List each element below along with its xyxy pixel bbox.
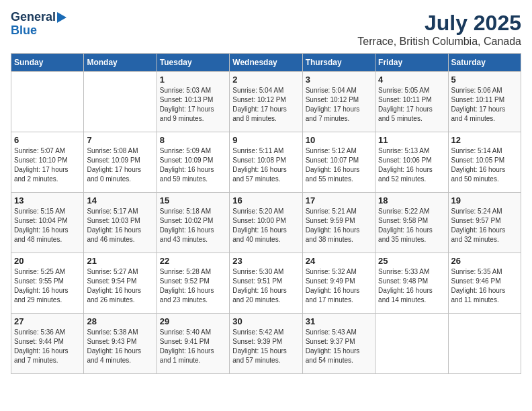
day-info: Sunrise: 5:08 AM Sunset: 10:09 PM Daylig…: [87, 146, 153, 184]
calendar-week-3: 13Sunrise: 5:15 AM Sunset: 10:04 PM Dayl…: [11, 193, 521, 253]
day-number: 20: [14, 256, 81, 266]
day-number: 27: [14, 316, 81, 326]
calendar-cell: 13Sunrise: 5:15 AM Sunset: 10:04 PM Dayl…: [11, 193, 84, 253]
day-info: Sunrise: 5:03 AM Sunset: 10:13 PM Daylig…: [160, 86, 226, 124]
calendar-cell: 5Sunrise: 5:06 AM Sunset: 10:11 PM Dayli…: [448, 72, 521, 132]
title-block: July 2025 Terrace, British Columbia, Can…: [357, 11, 521, 48]
day-number: 17: [306, 195, 372, 205]
day-number: 21: [87, 256, 153, 266]
logo-arrow-icon: [57, 12, 66, 23]
day-info: Sunrise: 5:21 AM Sunset: 9:59 PM Dayligh…: [306, 207, 372, 244]
calendar-header-saturday: Saturday: [448, 54, 521, 72]
day-number: 7: [87, 135, 153, 145]
calendar-cell: 25Sunrise: 5:33 AM Sunset: 9:48 PM Dayli…: [375, 253, 448, 314]
calendar-header-thursday: Thursday: [302, 54, 375, 72]
calendar-cell: 3Sunrise: 5:04 AM Sunset: 10:12 PM Dayli…: [302, 72, 375, 132]
calendar-cell: 20Sunrise: 5:25 AM Sunset: 9:55 PM Dayli…: [11, 253, 84, 314]
day-info: Sunrise: 5:27 AM Sunset: 9:54 PM Dayligh…: [87, 267, 153, 305]
day-number: 28: [87, 316, 153, 326]
day-info: Sunrise: 5:38 AM Sunset: 9:43 PM Dayligh…: [87, 328, 153, 365]
day-info: Sunrise: 5:42 AM Sunset: 9:39 PM Dayligh…: [232, 328, 299, 365]
calendar-cell: 2Sunrise: 5:04 AM Sunset: 10:12 PM Dayli…: [230, 72, 302, 132]
calendar-cell: 24Sunrise: 5:32 AM Sunset: 9:49 PM Dayli…: [302, 253, 375, 314]
day-number: 12: [451, 135, 518, 145]
day-number: 22: [160, 256, 226, 266]
day-info: Sunrise: 5:17 AM Sunset: 10:03 PM Daylig…: [87, 207, 153, 244]
calendar-header-wednesday: Wednesday: [230, 54, 302, 72]
calendar-cell: 11Sunrise: 5:13 AM Sunset: 10:06 PM Dayl…: [375, 132, 448, 193]
calendar-cell: 12Sunrise: 5:14 AM Sunset: 10:05 PM Dayl…: [448, 132, 521, 193]
day-number: 16: [232, 195, 299, 205]
day-info: Sunrise: 5:28 AM Sunset: 9:52 PM Dayligh…: [160, 267, 226, 305]
day-info: Sunrise: 5:14 AM Sunset: 10:05 PM Daylig…: [451, 146, 518, 184]
calendar-cell: 17Sunrise: 5:21 AM Sunset: 9:59 PM Dayli…: [302, 193, 375, 253]
day-number: 24: [306, 256, 372, 266]
calendar-cell: [84, 72, 157, 132]
calendar-header-tuesday: Tuesday: [157, 54, 229, 72]
day-number: 3: [306, 75, 372, 85]
calendar-cell: 30Sunrise: 5:42 AM Sunset: 9:39 PM Dayli…: [230, 314, 302, 374]
day-info: Sunrise: 5:04 AM Sunset: 10:12 PM Daylig…: [232, 86, 299, 124]
day-info: Sunrise: 5:35 AM Sunset: 9:46 PM Dayligh…: [451, 267, 518, 305]
day-info: Sunrise: 5:30 AM Sunset: 9:51 PM Dayligh…: [232, 267, 299, 305]
calendar-header-monday: Monday: [84, 54, 157, 72]
day-number: 30: [232, 316, 299, 326]
calendar-cell: [448, 314, 521, 374]
day-number: 6: [14, 135, 81, 145]
day-number: 14: [87, 195, 153, 205]
calendar-header-friday: Friday: [375, 54, 448, 72]
day-info: Sunrise: 5:04 AM Sunset: 10:12 PM Daylig…: [306, 86, 372, 124]
logo: General Blue: [11, 11, 66, 38]
day-info: Sunrise: 5:25 AM Sunset: 9:55 PM Dayligh…: [14, 267, 81, 305]
calendar-cell: 23Sunrise: 5:30 AM Sunset: 9:51 PM Dayli…: [230, 253, 302, 314]
calendar-body: 1Sunrise: 5:03 AM Sunset: 10:13 PM Dayli…: [11, 72, 521, 374]
day-number: 19: [451, 195, 518, 205]
day-info: Sunrise: 5:15 AM Sunset: 10:04 PM Daylig…: [14, 207, 81, 244]
logo-general: General: [11, 11, 56, 24]
day-number: 15: [160, 195, 226, 205]
day-number: 9: [232, 135, 299, 145]
day-number: 4: [378, 75, 445, 85]
calendar-cell: 7Sunrise: 5:08 AM Sunset: 10:09 PM Dayli…: [84, 132, 157, 193]
day-number: 18: [378, 195, 445, 205]
day-number: 10: [306, 135, 372, 145]
day-info: Sunrise: 5:12 AM Sunset: 10:07 PM Daylig…: [306, 146, 372, 184]
month-title: July 2025: [357, 11, 521, 36]
calendar-week-1: 1Sunrise: 5:03 AM Sunset: 10:13 PM Dayli…: [11, 72, 521, 132]
day-number: 26: [451, 256, 518, 266]
day-info: Sunrise: 5:22 AM Sunset: 9:58 PM Dayligh…: [378, 207, 445, 244]
day-info: Sunrise: 5:32 AM Sunset: 9:49 PM Dayligh…: [306, 267, 372, 305]
calendar-cell: 19Sunrise: 5:24 AM Sunset: 9:57 PM Dayli…: [448, 193, 521, 253]
day-info: Sunrise: 5:13 AM Sunset: 10:06 PM Daylig…: [378, 146, 445, 184]
day-info: Sunrise: 5:18 AM Sunset: 10:02 PM Daylig…: [160, 207, 226, 244]
day-info: Sunrise: 5:05 AM Sunset: 10:11 PM Daylig…: [378, 86, 445, 124]
calendar-week-5: 27Sunrise: 5:36 AM Sunset: 9:44 PM Dayli…: [11, 314, 521, 374]
day-info: Sunrise: 5:24 AM Sunset: 9:57 PM Dayligh…: [451, 207, 518, 244]
day-info: Sunrise: 5:07 AM Sunset: 10:10 PM Daylig…: [14, 146, 81, 184]
calendar-week-2: 6Sunrise: 5:07 AM Sunset: 10:10 PM Dayli…: [11, 132, 521, 193]
calendar-cell: 9Sunrise: 5:11 AM Sunset: 10:08 PM Dayli…: [230, 132, 302, 193]
calendar-cell: 16Sunrise: 5:20 AM Sunset: 10:00 PM Dayl…: [230, 193, 302, 253]
calendar-cell: 26Sunrise: 5:35 AM Sunset: 9:46 PM Dayli…: [448, 253, 521, 314]
calendar-cell: 28Sunrise: 5:38 AM Sunset: 9:43 PM Dayli…: [84, 314, 157, 374]
calendar-cell: 4Sunrise: 5:05 AM Sunset: 10:11 PM Dayli…: [375, 72, 448, 132]
day-number: 1: [160, 75, 226, 85]
day-number: 11: [378, 135, 445, 145]
calendar-cell: [375, 314, 448, 374]
day-info: Sunrise: 5:33 AM Sunset: 9:48 PM Dayligh…: [378, 267, 445, 305]
day-number: 2: [232, 75, 299, 85]
calendar-week-4: 20Sunrise: 5:25 AM Sunset: 9:55 PM Dayli…: [11, 253, 521, 314]
calendar-cell: 10Sunrise: 5:12 AM Sunset: 10:07 PM Dayl…: [302, 132, 375, 193]
calendar-cell: 27Sunrise: 5:36 AM Sunset: 9:44 PM Dayli…: [11, 314, 84, 374]
calendar-header-row: SundayMondayTuesdayWednesdayThursdayFrid…: [11, 54, 521, 72]
calendar-cell: 29Sunrise: 5:40 AM Sunset: 9:41 PM Dayli…: [157, 314, 229, 374]
day-number: 5: [451, 75, 518, 85]
calendar-cell: 18Sunrise: 5:22 AM Sunset: 9:58 PM Dayli…: [375, 193, 448, 253]
calendar-header-sunday: Sunday: [11, 54, 84, 72]
calendar-cell: 15Sunrise: 5:18 AM Sunset: 10:02 PM Dayl…: [157, 193, 229, 253]
day-number: 23: [232, 256, 299, 266]
day-info: Sunrise: 5:11 AM Sunset: 10:08 PM Daylig…: [232, 146, 299, 184]
page-header: General Blue July 2025 Terrace, British …: [11, 11, 521, 48]
calendar-table: SundayMondayTuesdayWednesdayThursdayFrid…: [11, 53, 521, 374]
day-number: 13: [14, 195, 81, 205]
